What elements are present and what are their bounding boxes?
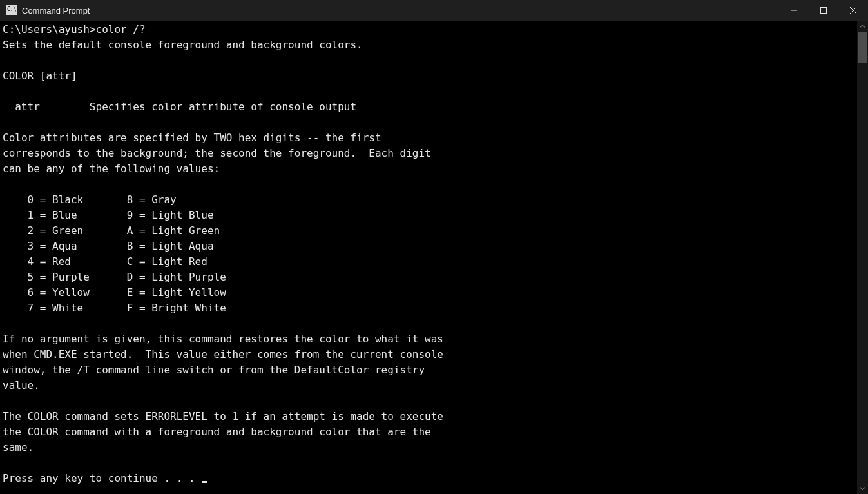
output-line: 7 = White F = Bright White bbox=[3, 302, 226, 314]
output-line: 0 = Black 8 = Gray bbox=[3, 193, 177, 206]
window-controls bbox=[779, 0, 868, 21]
output-line: can be any of the following values: bbox=[3, 163, 220, 175]
output-line: value. bbox=[3, 379, 40, 391]
output-line: 1 = Blue 9 = Light Blue bbox=[3, 209, 214, 221]
output-line: Press any key to continue . . . bbox=[3, 472, 201, 484]
output-line: the COLOR command with a foreground and … bbox=[3, 426, 431, 438]
svg-rect-0 bbox=[821, 8, 827, 14]
output-line: 2 = Green A = Light Green bbox=[3, 224, 220, 237]
output-line: 4 = Red C = Light Red bbox=[3, 255, 207, 268]
output-line: window, the /T command line switch or fr… bbox=[3, 364, 425, 376]
scroll-thumb[interactable] bbox=[858, 32, 867, 63]
console-area: C:\Users\ayush>color /? Sets the default… bbox=[0, 21, 868, 494]
scroll-down-button[interactable] bbox=[857, 483, 868, 494]
output-line: 6 = Yellow E = Light Yellow bbox=[3, 286, 226, 299]
maximize-icon bbox=[820, 7, 827, 14]
text-cursor bbox=[202, 481, 207, 483]
output-line: 3 = Aqua B = Light Aqua bbox=[3, 240, 214, 252]
window-title: Command Prompt bbox=[22, 6, 90, 15]
output-line: 5 = Purple D = Light Purple bbox=[3, 271, 226, 283]
output-line: If no argument is given, this command re… bbox=[3, 333, 443, 345]
output-line: C:\Users\ayush>color /? bbox=[3, 23, 146, 35]
output-line: Sets the default console foreground and … bbox=[3, 39, 363, 51]
vertical-scrollbar[interactable] bbox=[857, 21, 868, 494]
console-output[interactable]: C:\Users\ayush>color /? Sets the default… bbox=[0, 21, 857, 494]
close-button[interactable] bbox=[838, 0, 868, 21]
output-line: corresponds to the background; the secon… bbox=[3, 147, 431, 159]
output-line: Color attributes are specified by TWO he… bbox=[3, 132, 381, 144]
output-line: when CMD.EXE started. This value either … bbox=[3, 348, 443, 361]
output-line: attr Specifies color attribute of consol… bbox=[3, 101, 356, 113]
close-icon bbox=[850, 7, 856, 14]
output-line: same. bbox=[3, 441, 34, 453]
chevron-up-icon bbox=[860, 23, 865, 29]
minimize-button[interactable] bbox=[779, 0, 809, 21]
command-prompt-window: Command Prompt C:\Users\ayush>color /? S… bbox=[0, 0, 868, 494]
cmd-app-icon bbox=[6, 5, 17, 15]
scroll-track[interactable] bbox=[857, 32, 868, 483]
scroll-up-button[interactable] bbox=[857, 21, 868, 32]
titlebar[interactable]: Command Prompt bbox=[0, 0, 868, 21]
chevron-down-icon bbox=[860, 486, 865, 491]
minimize-icon bbox=[791, 7, 797, 14]
maximize-button[interactable] bbox=[809, 0, 838, 21]
output-line: The COLOR command sets ERRORLEVEL to 1 i… bbox=[3, 410, 443, 422]
output-line: COLOR [attr] bbox=[3, 70, 77, 82]
